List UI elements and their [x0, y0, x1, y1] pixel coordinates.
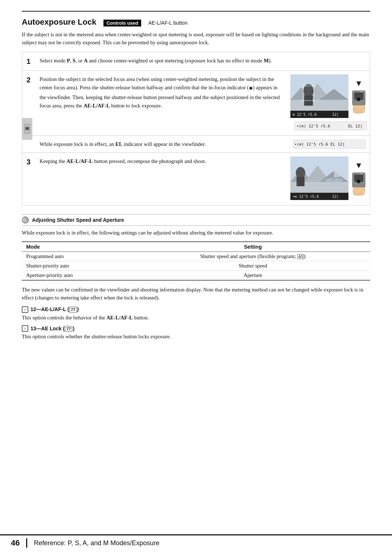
note-12-block: i 12—AE-L/AF-L (77) This option controls…: [22, 306, 370, 322]
table-col-setting: Setting: [135, 242, 370, 252]
controls-used-badge: Controls used: [103, 20, 141, 26]
step-3-viewfinder-row: •⊕ 12'5 r5.6 12| ▼: [290, 156, 367, 201]
advisory-title: Adjusting Shutter Speed and Aperture: [32, 217, 124, 223]
arrow-down-1: ▼: [355, 79, 363, 87]
step-3-content: Keeping the AE-L/AF-L button pressed, re…: [36, 153, 287, 170]
advisory-header: Adjusting Shutter Speed and Aperture: [22, 214, 370, 226]
svg-text:12|: 12|: [332, 113, 339, 117]
svg-point-45: [360, 172, 363, 175]
step-2-viewfinder: ⊕ 12'5 r5.6 12|: [290, 74, 348, 119]
table-row: Shutter-priority auto Shutter speed: [22, 261, 370, 270]
el-indicator-row: While exposure lock is in effect, an EL …: [22, 136, 370, 153]
svg-text:⊕ 12'5 r5.6: ⊕ 12'5 r5.6: [293, 113, 317, 117]
note-13-text: This option controls whether the shutter…: [22, 332, 370, 340]
table-body: Programmed auto Shutter speed and apertu…: [22, 252, 370, 280]
note-12-text: This option controls the behavior of the…: [22, 314, 370, 322]
table-cell-mode-2: Shutter-priority auto: [22, 261, 135, 270]
arrow-down-2: ▼: [355, 162, 363, 170]
footer-section-title: Reference: P, S, A, and M Modes/Exposure: [34, 539, 159, 547]
table-col-mode: Mode: [22, 242, 135, 252]
note-12-ref: 77: [69, 307, 77, 313]
step-3-hand-camera-icon: [351, 171, 367, 196]
advisory-icon: [22, 216, 29, 224]
note-12-heading: 12—AE-L/AF-L (77): [30, 306, 79, 313]
note-13-title: i 13—AE Lock (77): [22, 325, 370, 332]
step-2-viewfinder-row: ⊕ 12'5 r5.6 12| ▼: [290, 74, 367, 119]
step-2-images: ⊕ 12'5 r5.6 12| ▼: [287, 71, 370, 135]
el-indicator-text: While exposure lock is in effect, an EL …: [36, 136, 289, 152]
step-2-el-display: •(⊕) 12'5 r5.6 EL 12|: [294, 122, 367, 132]
step-3-viewfinder: •⊕ 12'5 r5.6 12|: [290, 156, 348, 201]
step-2-num: 2: [22, 71, 36, 89]
steps-container: 1 Select mode P, S, or A and choose cent…: [22, 52, 370, 205]
page: Autoexposure Lock Controls used AE-L/AF-…: [0, 0, 392, 555]
svg-text:•⊕ 12'5 r5.6: •⊕ 12'5 r5.6: [293, 195, 319, 199]
step-1-num: 1: [22, 52, 36, 70]
note-12-title: i 12—AE-L/AF-L (77): [22, 306, 370, 313]
footer: 46 Reference: P, S, A, and M Modes/Expos…: [0, 534, 392, 548]
step-1-row: 1 Select mode P, S, or A and choose cent…: [22, 52, 370, 71]
note-icon-12: i: [22, 306, 28, 313]
el-indicator-display-area: •(⊕) 12'5 r5.6 EL 12|: [289, 136, 370, 152]
svg-text:12|: 12|: [332, 195, 339, 199]
table-cell-mode-1: Programmed auto: [22, 252, 135, 261]
table-cell-mode-3: Aperture-priority auto: [22, 270, 135, 280]
table-header-row: Mode Setting: [22, 242, 370, 252]
hand-camera-icon: [351, 89, 367, 114]
svg-text:EL  12|: EL 12|: [348, 124, 363, 128]
note-13-heading: 13—AE Lock (77): [30, 326, 74, 332]
page-ref-40: 40: [297, 254, 304, 259]
step-1-content: Select mode P, S, or A and choose center…: [36, 52, 370, 70]
table-row: Programmed auto Shutter speed and apertu…: [22, 252, 370, 261]
step-3-images: •⊕ 12'5 r5.6 12| ▼: [287, 153, 370, 205]
step-2-row: 2 Position the subject in the selected f…: [22, 71, 370, 136]
svg-text:•(⊕) 12'5  r5.6: •(⊕) 12'5 r5.6: [297, 124, 330, 128]
below-table-text: The new values can be confirmed in the v…: [22, 286, 370, 302]
note-13-ref: 77: [65, 326, 72, 332]
footer-page-number: 46: [11, 538, 27, 548]
svg-rect-1: [25, 127, 29, 130]
section-title: Autoexposure Lock: [22, 17, 96, 27]
table-cell-setting-3: Aperture: [135, 270, 370, 280]
table-cell-setting-1: Shutter speed and aperture (flexible pro…: [135, 252, 370, 261]
settings-table: Mode Setting Programmed auto Shutter spe…: [22, 241, 370, 281]
table-header: Mode Setting: [22, 242, 370, 252]
advisory-section: Adjusting Shutter Speed and Aperture Whi…: [22, 214, 370, 340]
el-display-svg: •(⊕) 12'5 r5.6 EL 12|: [293, 140, 366, 148]
step-2-content: Position the subject in the selected foc…: [36, 71, 287, 114]
svg-text:•(⊕) 12'5  r5.6    EL  12|: •(⊕) 12'5 r5.6 EL 12|: [294, 142, 345, 147]
step-3-row: 3 Keeping the AE-L/AF-L button pressed, …: [22, 153, 370, 205]
svg-rect-34: [297, 177, 305, 186]
table-row: Aperture-priority auto Aperture: [22, 270, 370, 280]
top-border: [22, 11, 370, 12]
svg-point-17: [358, 98, 360, 100]
step-2-arrows: ▼: [351, 79, 367, 114]
advisory-text: While exposure lock is in effect, the fo…: [22, 229, 370, 237]
side-tab: [22, 118, 32, 140]
controls-used-value: AE-L/AF-L button: [148, 20, 188, 26]
svg-point-44: [358, 180, 360, 182]
note-13-block: i 13—AE Lock (77) This option controls w…: [22, 325, 370, 340]
svg-point-18: [360, 90, 363, 93]
intro-text: If the subject is not in the metered are…: [22, 30, 370, 47]
step-3-num: 3: [22, 153, 36, 171]
section-title-row: Autoexposure Lock Controls used AE-L/AF-…: [22, 17, 370, 27]
table-cell-setting-2: Shutter speed: [135, 261, 370, 270]
step-3-arrows: ▼: [351, 162, 367, 196]
note-icon-13: i: [22, 325, 28, 332]
